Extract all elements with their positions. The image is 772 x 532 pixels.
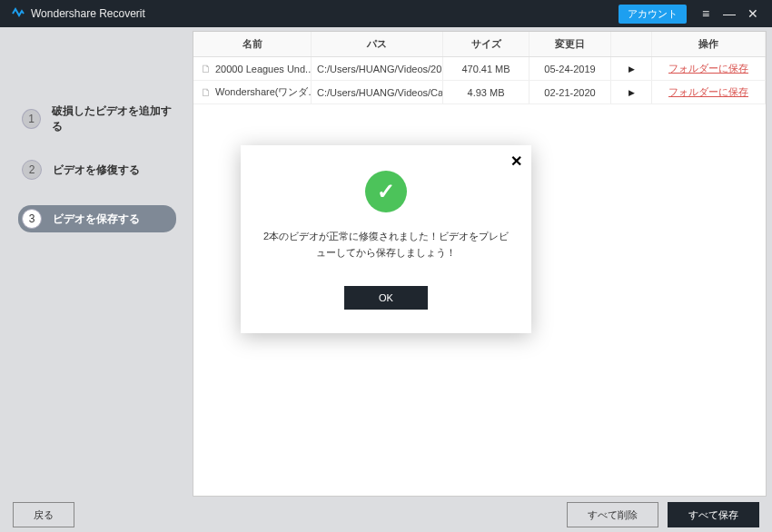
delete-all-button[interactable]: すべて削除 [567, 502, 658, 527]
step-label: 破損したビデオを追加する [52, 103, 176, 134]
titlebar: Wondershare Recoverit アカウント ≡ — ✕ [0, 0, 772, 27]
file-icon: 🗋 [201, 63, 212, 75]
back-button[interactable]: 戻る [13, 502, 74, 527]
save-to-folder-link[interactable]: フォルダーに保存 [668, 85, 748, 99]
app-title: Wondershare Recoverit [31, 7, 145, 20]
col-size-header: サイズ [443, 32, 530, 56]
col-action-header: 操作 [652, 32, 766, 56]
file-name: Wondershare(ワンダ... [215, 85, 312, 99]
table-header: 名前 パス サイズ 変更日 操作 [193, 32, 766, 57]
step-label: ビデオを修復する [53, 163, 140, 178]
step-1[interactable]: 1 破損したビデオを追加する [22, 103, 176, 134]
footer: 戻る すべて削除 すべて保存 [0, 497, 772, 532]
file-icon: 🗋 [201, 86, 212, 99]
save-to-folder-link[interactable]: フォルダーに保存 [668, 62, 748, 75]
success-check-icon: ✓ [365, 171, 407, 212]
file-size: 4.93 MB [443, 81, 530, 103]
step-badge: 3 [22, 209, 42, 229]
col-date-header: 変更日 [530, 32, 611, 56]
ok-button[interactable]: OK [344, 286, 428, 310]
play-icon[interactable]: ▶ [628, 88, 635, 97]
menu-icon[interactable]: ≡ [694, 0, 718, 27]
step-badge: 1 [22, 109, 41, 129]
file-date: 05-24-2019 [530, 57, 611, 80]
table-row: 🗋Wondershare(ワンダ... C:/Users/HUANG/Video… [193, 81, 766, 104]
modal-close-icon[interactable]: ✕ [510, 153, 522, 170]
sidebar: 1 破損したビデオを追加する 2 ビデオを修復する 3 ビデオを保存する [5, 31, 187, 497]
minimize-icon[interactable]: — [718, 0, 741, 27]
file-path: C:/Users/HUANG/Videos/20... [312, 57, 443, 80]
file-size: 470.41 MB [443, 57, 530, 80]
logo-icon [11, 6, 25, 21]
play-icon[interactable]: ▶ [628, 64, 635, 74]
file-date: 02-21-2020 [530, 81, 611, 103]
close-icon[interactable]: ✕ [741, 0, 765, 27]
col-path-header: パス [312, 32, 443, 56]
table-row: 🗋20000 Leagues Und... C:/Users/HUANG/Vid… [193, 57, 766, 81]
file-name: 20000 Leagues Und... [215, 64, 312, 74]
app-logo: Wondershare Recoverit [11, 6, 145, 21]
step-badge: 2 [22, 160, 42, 180]
step-2[interactable]: 2 ビデオを修復する [22, 160, 176, 180]
success-modal: ✕ ✓ 2本のビデオが正常に修復されました！ビデオをプレビューしてから保存しまし… [241, 145, 531, 333]
step-3[interactable]: 3 ビデオを保存する [18, 205, 176, 232]
account-button[interactable]: アカウント [619, 5, 687, 24]
col-name-header: 名前 [193, 32, 312, 56]
save-all-button[interactable]: すべて保存 [668, 502, 759, 527]
modal-message: 2本のビデオが正常に修復されました！ビデオをプレビューしてから保存しましょう！ [253, 229, 519, 286]
file-path: C:/Users/HUANG/Videos/Ca... [312, 81, 443, 103]
step-label: ビデオを保存する [53, 212, 140, 227]
